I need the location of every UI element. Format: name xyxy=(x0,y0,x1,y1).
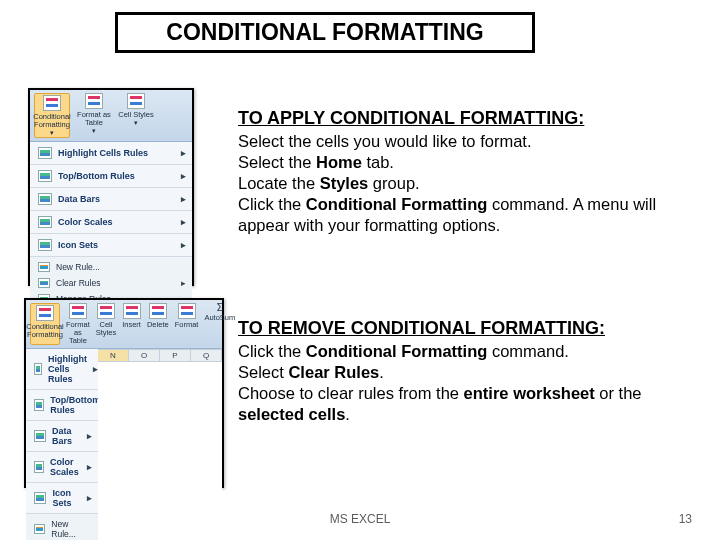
menu-item-data-bars: Data Bars▸ xyxy=(30,188,192,211)
cell-styles-icon xyxy=(127,93,145,109)
footer-center: MS EXCEL xyxy=(330,512,391,526)
menu-item-data-bars: Data Bars▸ xyxy=(26,421,98,452)
cell-styles-button: Cell Styles ▾ xyxy=(118,93,154,138)
menu-item-clear-rules: Clear Rules▸ xyxy=(30,275,192,291)
table-icon xyxy=(69,303,87,319)
menu-item-top-bottom: Top/Bottom Rules▸ xyxy=(30,165,192,188)
highlight-icon xyxy=(38,147,52,159)
submenu-arrow-icon: ▸ xyxy=(181,194,186,204)
submenu-arrow-icon: ▸ xyxy=(181,171,186,181)
chevron-down-icon: ▾ xyxy=(50,129,54,136)
clear-rules-icon xyxy=(38,278,50,288)
apply-text: Select the cells you would like to forma… xyxy=(238,131,698,237)
menu-item-color-scales: Color Scales▸ xyxy=(26,452,98,483)
delete-button: Delete xyxy=(147,303,169,345)
conditional-formatting-label: Conditional Formatting xyxy=(26,323,64,339)
colorscales-icon xyxy=(38,216,52,228)
databars-icon xyxy=(38,193,52,205)
apply-heading: TO APPLY CONDITIONAL FORMATTING: xyxy=(238,108,698,129)
conditional-formatting-button: Conditional Formatting ▾ xyxy=(34,93,70,138)
cell-styles-icon xyxy=(97,303,115,319)
menu-item-top-bottom: Top/Bottom Rules▸ xyxy=(26,390,98,421)
autosum-button: ΣAutoSum xyxy=(204,303,235,345)
conditional-formatting-menu: Highlight Cells Rules▸ Top/Bottom Rules▸… xyxy=(30,142,192,257)
submenu-arrow-icon: ▸ xyxy=(181,278,186,288)
menu-item-color-scales: Color Scales▸ xyxy=(30,211,192,234)
conditional-formatting-icon xyxy=(43,95,61,111)
chevron-down-icon: ▾ xyxy=(92,127,96,134)
apply-section: TO APPLY CONDITIONAL FORMATTING: Select … xyxy=(238,108,698,237)
menu-item-icon-sets: Icon Sets▸ xyxy=(30,234,192,257)
menu-item-new-rule: New Rule... xyxy=(30,259,192,275)
new-rule-icon xyxy=(38,262,50,272)
menu-item-highlight-cells: Highlight Cells Rules▸ xyxy=(26,349,98,390)
submenu-arrow-icon: ▸ xyxy=(181,148,186,158)
format-button: Format xyxy=(175,303,199,345)
remove-section: TO REMOVE CONDITIONAL FORMATTING: Click … xyxy=(238,318,698,425)
insert-button: Insert xyxy=(122,303,141,345)
menu-item-new-rule: New Rule... xyxy=(26,516,98,540)
ribbon-styles-group: Conditional Formatting ▾ Format as Table… xyxy=(30,90,192,142)
format-as-table-label: Format as Table xyxy=(76,111,112,127)
conditional-formatting-menu: Highlight Cells Rules▸ Top/Bottom Rules▸… xyxy=(26,349,98,514)
ribbon-styles-cells-group: Conditional Formatting Format as Table C… xyxy=(26,300,222,349)
format-icon xyxy=(178,303,196,319)
conditional-formatting-button: Conditional Formatting xyxy=(30,303,60,345)
table-icon xyxy=(85,93,103,109)
insert-icon xyxy=(123,303,141,319)
footer-page-number: 13 xyxy=(679,512,692,526)
menu-item-highlight-cells: Highlight Cells Rules▸ xyxy=(30,142,192,165)
remove-text: Click the Conditional Formatting command… xyxy=(238,341,698,425)
excel-menu-thumbnail-apply: Conditional Formatting ▾ Format as Table… xyxy=(28,88,194,286)
submenu-arrow-icon: ▸ xyxy=(181,240,186,250)
format-as-table-button: Format as Table ▾ xyxy=(76,93,112,138)
cell-styles-label: Cell Styles xyxy=(118,111,153,119)
sigma-icon: Σ xyxy=(217,303,223,314)
iconsets-icon xyxy=(38,239,52,251)
page-title: CONDITIONAL FORMATTING xyxy=(115,12,535,53)
format-as-table-button: Format as Table xyxy=(66,303,90,345)
topbottom-icon xyxy=(38,170,52,182)
chevron-down-icon: ▾ xyxy=(134,119,138,126)
submenu-arrow-icon: ▸ xyxy=(181,217,186,227)
menu-item-icon-sets: Icon Sets▸ xyxy=(26,483,98,514)
menu-footer: New Rule... Clear Rules▸ Manage Rules... xyxy=(26,514,98,540)
remove-heading: TO REMOVE CONDITIONAL FORMATTING: xyxy=(238,318,698,339)
conditional-formatting-label: Conditional Formatting xyxy=(33,113,71,129)
column-headers: N O P Q xyxy=(98,349,222,362)
delete-icon xyxy=(149,303,167,319)
excel-menu-thumbnail-remove: Conditional Formatting Format as Table C… xyxy=(24,298,224,488)
cell-styles-button: Cell Styles xyxy=(96,303,116,345)
conditional-formatting-icon xyxy=(36,305,54,321)
